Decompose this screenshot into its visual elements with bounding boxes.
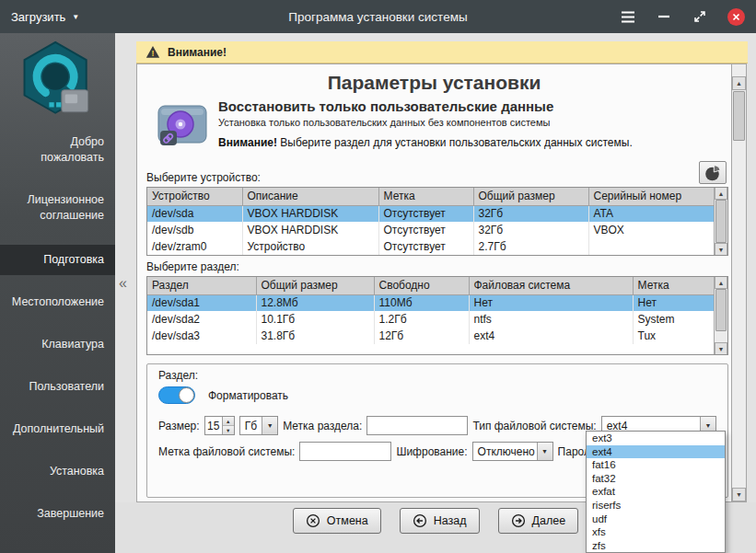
sidebar-item-label: Дополнительный: [13, 422, 104, 435]
column-header[interactable]: Серийный номер: [588, 188, 715, 205]
sidebar-item-keyboard[interactable]: Клавиатура: [0, 331, 115, 358]
column-header[interactable]: Метка: [378, 188, 473, 205]
fs-option-riserfs[interactable]: riserfs: [587, 499, 725, 513]
spin-down-icon[interactable]: ▼: [223, 426, 234, 434]
next-button[interactable]: Далее: [498, 508, 579, 534]
app-logo: [0, 33, 115, 129]
scroll-up-icon[interactable]: ▲: [732, 76, 746, 90]
back-button-label: Назад: [434, 514, 467, 527]
partition-row-sda3[interactable]: /dev/sda3 31.8Гб 12Гб ext4 Tux: [147, 328, 715, 344]
sidebar-item-license[interactable]: Лицензионное соглашение: [0, 187, 115, 229]
partition-label-input[interactable]: [366, 416, 468, 435]
encryption-select[interactable]: Отключено ▼: [472, 442, 553, 461]
sidebar-collapse-button[interactable]: «: [119, 275, 127, 292]
column-header[interactable]: Общий размер: [473, 188, 588, 205]
sidebar-item-additional[interactable]: Дополнительный: [0, 416, 115, 443]
device-row-sda[interactable]: /dev/sda VBOX HARDDISK Отсутствует 32Гб …: [147, 205, 715, 222]
load-menu-button[interactable]: Загрузить ▼: [11, 10, 79, 24]
minimize-icon: [657, 9, 670, 24]
cell: Отсутствует: [378, 222, 473, 238]
cancel-button[interactable]: Отмена: [293, 508, 381, 534]
partition-table-scrollbar[interactable]: ▲ ▼: [714, 277, 727, 354]
fs-option-ext3[interactable]: ext3: [587, 432, 725, 445]
cell: 12.8Мб: [256, 294, 374, 311]
cell: 2.7Гб: [473, 238, 588, 255]
restore-subtitle: Установка только пользовательских данных…: [218, 117, 633, 128]
minimize-button[interactable]: [656, 8, 672, 25]
scroll-up-icon[interactable]: ▲: [715, 277, 727, 289]
fs-option-udf[interactable]: udf: [587, 513, 725, 526]
partition-label-label: Метка раздела:: [283, 420, 362, 432]
menu-button[interactable]: [620, 8, 636, 25]
close-icon: [731, 12, 741, 22]
cell: /dev/sda: [147, 205, 242, 222]
partition-row-sda2[interactable]: /dev/sda2 10.1Гб 1.2Гб ntfs System: [147, 311, 715, 328]
main-scrollbar[interactable]: ▲ ▼: [731, 64, 746, 501]
cell: VBOX: [588, 222, 715, 238]
scroll-down-icon[interactable]: ▼: [732, 488, 746, 501]
format-toggle[interactable]: [158, 386, 195, 404]
close-button[interactable]: [727, 8, 745, 26]
restore-section: Восстановить только пользовательские дан…: [156, 97, 718, 150]
scroll-down-icon[interactable]: ▼: [715, 243, 727, 255]
sidebar-item-location[interactable]: Местоположение: [0, 289, 115, 316]
device-row-zram0[interactable]: /dev/zram0 Устройство Отсутствует 2.7Гб: [147, 238, 715, 255]
partition-table-header: Раздел Общий размер Свободно Файловая си…: [147, 277, 715, 294]
device-table-scrollbar[interactable]: ▲ ▼: [714, 188, 727, 255]
spin-up-icon[interactable]: ▲: [223, 417, 234, 426]
load-menu-label: Загрузить: [11, 10, 65, 24]
size-spinner[interactable]: 15 ▲ ▼: [204, 416, 235, 435]
sidebar-item-label: Пользователи: [29, 380, 104, 393]
column-header[interactable]: Устройство: [147, 188, 242, 205]
sidebar-item-finish[interactable]: Завершение: [0, 501, 115, 527]
installer-steps-nav: Добро пожаловать Лицензионное соглашение…: [0, 129, 115, 527]
column-header[interactable]: Файловая система: [469, 277, 633, 294]
scrollbar-thumb[interactable]: [715, 289, 727, 331]
device-row-sdb[interactable]: /dev/sdb VBOX HARDDISK Отсутствует 32Гб …: [147, 222, 715, 238]
fs-option-ext4[interactable]: ext4: [587, 445, 725, 459]
cell: /dev/zram0: [147, 238, 242, 255]
sidebar-item-installation[interactable]: Установка: [0, 458, 115, 485]
fs-option-fat16[interactable]: fat16: [587, 458, 725, 472]
fs-label-input[interactable]: [299, 442, 391, 461]
size-unit-value: Гб: [240, 417, 262, 434]
partition-table: Раздел Общий размер Свободно Файловая си…: [146, 276, 728, 355]
fs-type-label: Тип файловой системы:: [472, 420, 596, 432]
partition-row-sda1[interactable]: /dev/sda1 12.8Мб 110Мб Нет Нет: [147, 294, 715, 311]
column-header[interactable]: Раздел: [147, 277, 256, 294]
fs-option-zfs[interactable]: zfs: [587, 539, 725, 553]
chevron-down-icon: ▼: [262, 417, 277, 434]
column-header[interactable]: Метка: [633, 277, 715, 294]
scrollbar-thumb[interactable]: [715, 200, 727, 243]
toggle-knob: [179, 387, 194, 403]
fs-option-xfs[interactable]: xfs: [587, 525, 725, 539]
warning-icon: !: [145, 45, 160, 59]
cell: VBOX HARDDISK: [242, 205, 378, 222]
fs-option-exfat[interactable]: exfat: [587, 485, 725, 499]
sidebar-item-label: Добро пожаловать: [41, 135, 104, 164]
column-header[interactable]: Свободно: [374, 277, 469, 294]
sidebar-item-label: Местоположение: [12, 295, 104, 308]
group-title: Раздел:: [158, 369, 716, 382]
size-unit-select[interactable]: Гб ▼: [239, 416, 278, 435]
fullscreen-button[interactable]: [692, 8, 708, 25]
scroll-down-icon[interactable]: ▼: [715, 342, 727, 354]
scrollbar-thumb[interactable]: [733, 91, 745, 141]
sidebar-item-preparation[interactable]: Подготовка: [0, 245, 115, 275]
cell: /dev/sda1: [147, 294, 256, 311]
sidebar-item-welcome[interactable]: Добро пожаловать: [0, 129, 115, 171]
column-header[interactable]: Общий размер: [256, 277, 374, 294]
scroll-up-icon[interactable]: ▲: [715, 188, 727, 200]
back-icon: [413, 513, 427, 528]
column-header[interactable]: Описание: [242, 188, 378, 205]
disk-usage-chart-button[interactable]: [699, 161, 727, 184]
back-button[interactable]: Назад: [400, 508, 480, 534]
cell: 32Гб: [473, 205, 588, 222]
encryption-label: Шифрование:: [396, 445, 467, 458]
fs-option-fat32[interactable]: fat32: [587, 472, 725, 486]
sidebar-item-users[interactable]: Пользователи: [0, 374, 115, 400]
installer-window: Загрузить ▼ Программа установки системы: [0, 0, 756, 553]
cell: 10.1Гб: [256, 311, 374, 328]
expand-icon: [692, 9, 707, 24]
next-icon: [511, 513, 526, 528]
